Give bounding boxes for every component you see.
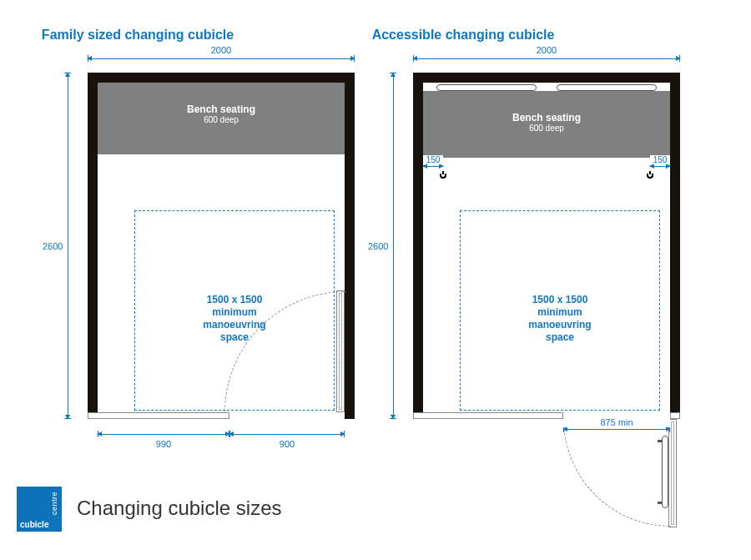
coat-hook-icon [438,171,448,178]
accessible-title: Accessible changing cubicle [296,28,630,43]
wall-top [413,73,680,83]
bench-seating: Bench seating 600 deep [423,91,670,158]
family-title: Family sized changing cubicle [0,28,305,43]
family-cubicle-plan: 2000 2600 Bench seating 600 deep 1500 x … [88,73,355,419]
wall-left [88,73,98,419]
coat-hook-icon [645,171,655,178]
wall-right [345,73,355,419]
front-wall-left [88,412,229,419]
wall-left [413,73,423,419]
front-wall-r [670,412,680,419]
front-wall [413,412,563,419]
page-title: Changing cubicle sizes [77,497,281,520]
manoeuvring-label: 1500 x 1500 minimum manoeuvring space [502,294,618,344]
grab-rail-right-icon [557,84,657,91]
accessible-cubicle-plan: 2000 2600 Bench seating 600 deep 150 150… [413,73,680,419]
door-swing-arc [563,419,671,527]
grab-rail-left-icon [436,84,537,91]
wall-top [88,73,355,83]
bench-seating: Bench seating 600 deep [98,83,345,154]
wall-right [670,73,680,419]
brand-text-horizontal: cubicle [20,520,48,529]
brand-text-vertical: centre [50,492,58,515]
brand-badge: centre cubicle [17,487,62,532]
